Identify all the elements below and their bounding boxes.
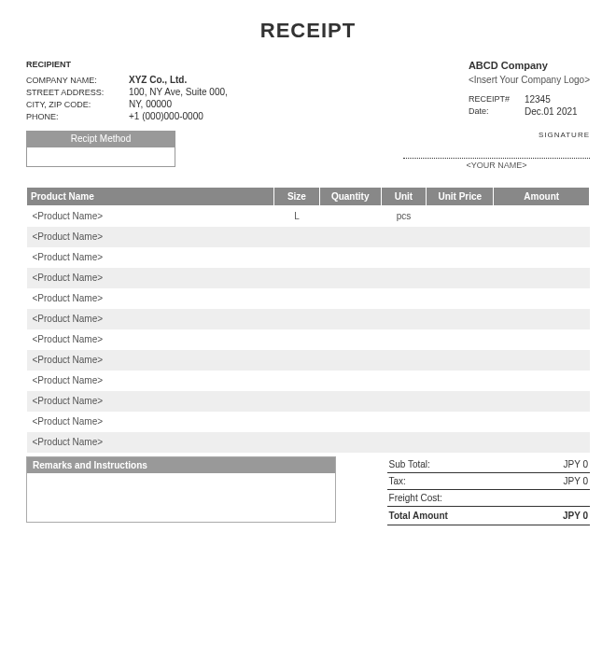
document-title: RECEIPT bbox=[26, 19, 590, 43]
cell-unit_price[interactable] bbox=[427, 288, 494, 309]
cell-unit_price[interactable] bbox=[427, 329, 494, 350]
signature-label: SIGNATURE bbox=[403, 131, 590, 139]
cell-size bbox=[274, 412, 319, 432]
cell-name: <Product Name> bbox=[27, 309, 274, 329]
cell-quantity[interactable] bbox=[319, 268, 381, 288]
cell-name: <Product Name> bbox=[27, 432, 274, 453]
cell-name: <Product Name> bbox=[27, 412, 274, 432]
table-row: <Product Name> bbox=[27, 432, 590, 453]
remarks-body[interactable] bbox=[27, 473, 335, 522]
cell-size bbox=[274, 432, 319, 453]
cell-size bbox=[274, 309, 319, 329]
cell-name: <Product Name> bbox=[27, 391, 274, 412]
cell-unit bbox=[381, 309, 426, 329]
table-row: <Product Name> bbox=[27, 309, 590, 329]
table-row: <Product Name> bbox=[27, 268, 590, 288]
col-header-name: Product Name bbox=[27, 188, 274, 206]
cell-name: <Product Name> bbox=[27, 329, 274, 350]
cell-amount bbox=[494, 268, 590, 288]
cell-size bbox=[274, 371, 319, 391]
receipt-method-label: Recipt Method bbox=[26, 131, 175, 147]
table-row: <Product Name> bbox=[27, 371, 590, 391]
cell-unit bbox=[381, 288, 426, 309]
cell-quantity[interactable] bbox=[319, 371, 381, 391]
cell-unit_price[interactable] bbox=[427, 350, 494, 371]
table-row: <Product Name>Lpcs bbox=[27, 206, 590, 227]
cell-quantity[interactable] bbox=[319, 329, 381, 350]
cell-unit_price[interactable] bbox=[427, 227, 494, 247]
recipient-heading: RECIPIENT bbox=[26, 60, 228, 69]
date-label: Date: bbox=[469, 106, 525, 117]
cell-name: <Product Name> bbox=[27, 371, 274, 391]
cell-quantity[interactable] bbox=[319, 391, 381, 412]
table-row: <Product Name> bbox=[27, 391, 590, 412]
cell-amount bbox=[494, 227, 590, 247]
remarks-box: Remarks and Instructions bbox=[26, 456, 336, 523]
company-name-value: XYZ Co., Ltd. bbox=[129, 75, 187, 85]
cell-unit_price[interactable] bbox=[427, 371, 494, 391]
cell-size bbox=[274, 247, 319, 268]
cell-quantity[interactable] bbox=[319, 412, 381, 432]
street-value: 100, NY Ave, Suite 000, bbox=[129, 87, 228, 97]
col-header-size: Size bbox=[274, 188, 319, 206]
cell-unit_price[interactable] bbox=[427, 247, 494, 268]
cell-quantity[interactable] bbox=[319, 309, 381, 329]
recipient-block: RECIPIENT COMPANY NAME: XYZ Co., Ltd. ST… bbox=[26, 60, 228, 123]
cell-size bbox=[274, 391, 319, 412]
cell-unit bbox=[381, 350, 426, 371]
issuer-block: ABCD Company <Insert Your Company Logo> … bbox=[469, 60, 590, 123]
subtotal-label: Sub Total: bbox=[389, 459, 430, 469]
cell-unit: pcs bbox=[381, 206, 426, 227]
subtotal-value: JPY 0 bbox=[564, 459, 589, 469]
logo-placeholder: <Insert Your Company Logo> bbox=[469, 75, 590, 85]
phone-label: PHONE: bbox=[26, 111, 129, 121]
table-row: <Product Name> bbox=[27, 329, 590, 350]
totals-block: Sub Total: JPY 0 Tax: JPY 0 Freight Cost… bbox=[387, 456, 590, 525]
cell-amount bbox=[494, 432, 590, 453]
cell-unit_price[interactable] bbox=[427, 309, 494, 329]
col-header-unit: Unit bbox=[381, 188, 426, 206]
cell-amount bbox=[494, 391, 590, 412]
receipt-method-input[interactable] bbox=[26, 147, 175, 167]
freight-label: Freight Cost: bbox=[389, 493, 442, 503]
receipt-number-label: RECEIPT# bbox=[469, 94, 525, 105]
remarks-header: Remarks and Instructions bbox=[27, 457, 335, 473]
city-value: NY, 00000 bbox=[129, 99, 172, 109]
cell-quantity[interactable] bbox=[319, 247, 381, 268]
cell-size bbox=[274, 227, 319, 247]
col-header-amount: Amount bbox=[494, 188, 590, 206]
signature-name-placeholder: <YOUR NAME> bbox=[466, 161, 526, 170]
cell-quantity[interactable] bbox=[319, 227, 381, 247]
cell-amount bbox=[494, 206, 590, 227]
cell-unit bbox=[381, 432, 426, 453]
cell-unit_price[interactable] bbox=[427, 268, 494, 288]
issuer-company: ABCD Company bbox=[469, 60, 590, 71]
table-row: <Product Name> bbox=[27, 350, 590, 371]
cell-unit_price[interactable] bbox=[427, 412, 494, 432]
table-row: <Product Name> bbox=[27, 227, 590, 247]
receipt-method-block: Recipt Method bbox=[26, 131, 175, 167]
cell-amount bbox=[494, 247, 590, 268]
cell-unit_price[interactable] bbox=[427, 206, 494, 227]
cell-unit bbox=[381, 371, 426, 391]
cell-unit bbox=[381, 329, 426, 350]
cell-quantity[interactable] bbox=[319, 350, 381, 371]
cell-size: L bbox=[274, 206, 319, 227]
tax-label: Tax: bbox=[389, 476, 406, 486]
cell-amount bbox=[494, 288, 590, 309]
cell-quantity[interactable] bbox=[319, 288, 381, 309]
cell-quantity[interactable] bbox=[319, 432, 381, 453]
date-value: Dec.01 2021 bbox=[525, 106, 578, 117]
col-header-unit-price: Unit Price bbox=[427, 188, 494, 206]
cell-unit_price[interactable] bbox=[427, 391, 494, 412]
cell-name: <Product Name> bbox=[27, 288, 274, 309]
cell-quantity[interactable] bbox=[319, 206, 381, 227]
cell-size bbox=[274, 329, 319, 350]
cell-name: <Product Name> bbox=[27, 247, 274, 268]
cell-unit_price[interactable] bbox=[427, 432, 494, 453]
table-row: <Product Name> bbox=[27, 288, 590, 309]
company-name-label: COMPANY NAME: bbox=[26, 75, 129, 85]
col-header-quantity: Quantity bbox=[319, 188, 381, 206]
signature-line[interactable]: <YOUR NAME> bbox=[403, 158, 590, 170]
tax-value: JPY 0 bbox=[564, 476, 589, 486]
